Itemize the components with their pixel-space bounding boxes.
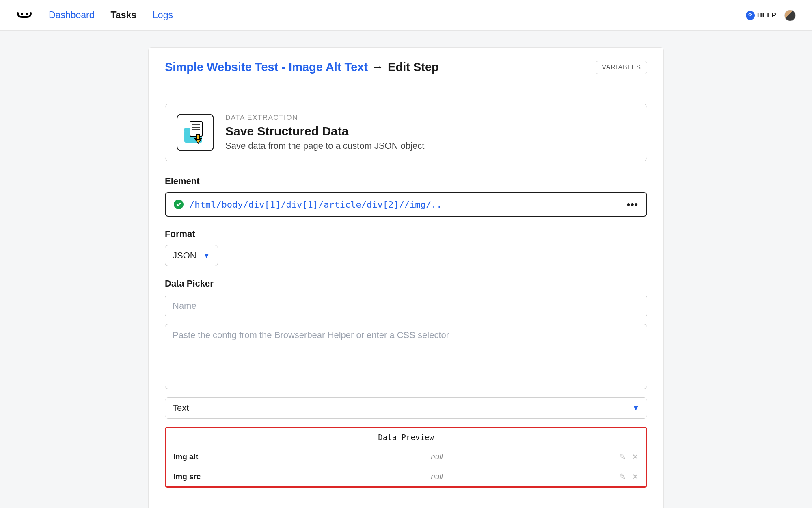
edit-icon[interactable]: ✎ bbox=[619, 452, 626, 462]
table-row: img alt null ✎ ✕ bbox=[166, 447, 646, 467]
data-picker-label: Data Picker bbox=[165, 278, 647, 289]
breadcrumb-current: Edit Step bbox=[388, 61, 439, 74]
element-xpath: /html/body/div[1]/div[1]/article/div[2]/… bbox=[189, 200, 621, 210]
svg-rect-4 bbox=[190, 122, 202, 136]
help-button[interactable]: ? HELP bbox=[746, 11, 776, 20]
breadcrumb: Simple Website Test - Image Alt Text → E… bbox=[165, 61, 439, 74]
main-panel: Simple Website Test - Image Alt Text → E… bbox=[148, 47, 664, 508]
element-label: Element bbox=[165, 176, 647, 187]
top-header: Dashboard Tasks Logs ? HELP bbox=[0, 0, 812, 31]
preview-value: null bbox=[255, 452, 619, 461]
step-title: Save Structured Data bbox=[225, 124, 424, 138]
config-textarea[interactable] bbox=[165, 324, 647, 389]
type-select[interactable]: Text ▼ bbox=[165, 397, 647, 419]
format-value: JSON bbox=[173, 250, 197, 261]
check-icon bbox=[174, 200, 184, 209]
save-data-icon bbox=[177, 114, 214, 151]
svg-point-0 bbox=[21, 13, 23, 15]
data-picker-field: Data Picker Text ▼ Data Preview img alt … bbox=[165, 278, 647, 488]
arrow-right-icon: → bbox=[372, 61, 384, 74]
close-icon[interactable]: ✕ bbox=[632, 452, 639, 462]
preview-key: img src bbox=[173, 472, 255, 481]
breadcrumb-bar: Simple Website Test - Image Alt Text → E… bbox=[149, 48, 663, 87]
step-info: DATA EXTRACTION Save Structured Data Sav… bbox=[225, 114, 424, 151]
help-label: HELP bbox=[757, 11, 776, 20]
table-row: img src null ✎ ✕ bbox=[166, 467, 646, 486]
element-field: Element /html/body/div[1]/div[1]/article… bbox=[165, 176, 647, 217]
logo-icon[interactable] bbox=[16, 10, 32, 21]
preview-actions: ✎ ✕ bbox=[619, 452, 639, 462]
format-label: Format bbox=[165, 229, 647, 239]
close-icon[interactable]: ✕ bbox=[632, 472, 639, 482]
svg-point-1 bbox=[26, 13, 28, 15]
format-field: Format JSON ▼ bbox=[165, 229, 647, 266]
nav-dashboard[interactable]: Dashboard bbox=[49, 10, 95, 21]
header-right: ? HELP bbox=[746, 10, 796, 21]
name-input[interactable] bbox=[165, 295, 647, 317]
data-preview-box: Data Preview img alt null ✎ ✕ img src nu… bbox=[165, 427, 647, 488]
chevron-down-icon: ▼ bbox=[203, 252, 210, 260]
nav-tasks[interactable]: Tasks bbox=[111, 10, 137, 21]
main-nav: Dashboard Tasks Logs bbox=[49, 10, 173, 21]
preview-value: null bbox=[255, 472, 619, 481]
step-eyebrow: DATA EXTRACTION bbox=[225, 114, 424, 122]
type-value: Text bbox=[173, 403, 189, 413]
edit-icon[interactable]: ✎ bbox=[619, 472, 626, 482]
element-input-box[interactable]: /html/body/div[1]/div[1]/article/div[2]/… bbox=[165, 192, 647, 217]
panel-body: DATA EXTRACTION Save Structured Data Sav… bbox=[149, 87, 663, 508]
data-preview-title: Data Preview bbox=[166, 428, 646, 447]
svg-rect-9 bbox=[197, 135, 200, 139]
format-select[interactable]: JSON ▼ bbox=[165, 245, 218, 266]
header-left: Dashboard Tasks Logs bbox=[16, 10, 173, 21]
preview-key: img alt bbox=[173, 452, 255, 461]
preview-actions: ✎ ✕ bbox=[619, 472, 639, 482]
more-icon[interactable]: ••• bbox=[627, 199, 638, 210]
help-icon: ? bbox=[746, 11, 755, 20]
chevron-down-icon: ▼ bbox=[632, 404, 639, 412]
nav-logs[interactable]: Logs bbox=[153, 10, 173, 21]
step-description: Save data from the page to a custom JSON… bbox=[225, 141, 424, 151]
step-card: DATA EXTRACTION Save Structured Data Sav… bbox=[165, 104, 647, 161]
breadcrumb-link[interactable]: Simple Website Test - Image Alt Text bbox=[165, 61, 368, 74]
variables-button[interactable]: VARIABLES bbox=[596, 61, 647, 74]
avatar[interactable] bbox=[784, 10, 796, 21]
